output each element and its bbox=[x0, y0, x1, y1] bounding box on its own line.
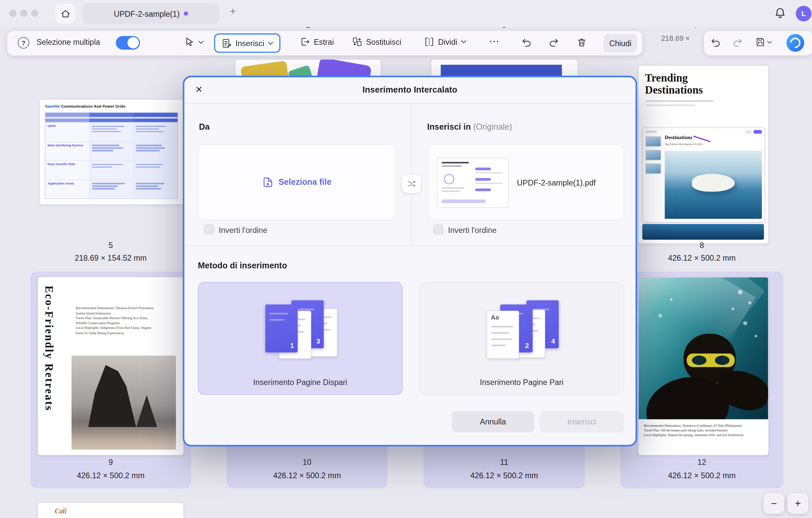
thumbnail-page-13-partial[interactable]: Cali bbox=[38, 502, 184, 518]
save-icon bbox=[755, 37, 765, 48]
multi-select-toggle[interactable] bbox=[116, 36, 140, 50]
window-zoom-button[interactable] bbox=[31, 10, 38, 17]
updf-ai-logo-icon bbox=[786, 34, 804, 52]
thumbnail-page-7-partial[interactable] bbox=[431, 59, 578, 78]
notifications-button[interactable] bbox=[774, 7, 787, 19]
delete-button[interactable] bbox=[576, 37, 587, 48]
insert-in-heading: Inserisci in (Originale) bbox=[427, 122, 512, 132]
page-9-text: Recommended Destinations: Tetiaroa (Fren… bbox=[76, 306, 179, 335]
cancel-button[interactable]: Annulla bbox=[452, 411, 534, 432]
confirm-insert-button[interactable]: Inserisci bbox=[539, 411, 624, 432]
app-window: 2 3 4 218.69 × Satellite Communications … bbox=[0, 0, 812, 518]
titlebar: UPDF-2-sample(1) + L bbox=[0, 0, 812, 27]
option-even-label: Inserimento Pagine Pari bbox=[420, 378, 623, 387]
close-document-button[interactable]: Chiudi bbox=[604, 34, 637, 53]
document-tab[interactable]: UPDF-2-sample(1) bbox=[83, 3, 219, 24]
page-9-doc-title: Eco-Friendly Retreats bbox=[42, 286, 55, 448]
split-button[interactable]: Dividi bbox=[424, 36, 466, 47]
trash-icon bbox=[576, 37, 587, 48]
page-13-title-fragment: Cali bbox=[55, 507, 66, 515]
new-tab-button[interactable]: + bbox=[227, 5, 239, 18]
select-tool-button[interactable] bbox=[184, 36, 203, 48]
insert-page-icon bbox=[222, 38, 232, 48]
window-minimize-button[interactable] bbox=[20, 10, 27, 17]
inner-sidebar-thumbnails bbox=[645, 136, 661, 177]
swap-sources-button[interactable] bbox=[402, 174, 421, 193]
page-number-badge: 3 bbox=[316, 337, 320, 345]
redo-icon bbox=[732, 37, 743, 48]
diver-goggles bbox=[687, 353, 735, 367]
extract-button[interactable]: Estrai bbox=[300, 36, 334, 47]
select-file-dropzone[interactable]: Seleziona file bbox=[198, 144, 396, 220]
undo-icon bbox=[710, 37, 721, 48]
thumbnail-page-12[interactable]: Recommended Destinations: Dominica (Cari… bbox=[638, 277, 769, 455]
window-close-button[interactable] bbox=[9, 10, 16, 17]
unsaved-dot bbox=[184, 11, 188, 16]
text-line bbox=[645, 100, 713, 102]
page-12-number: 12 bbox=[620, 458, 783, 466]
page-12-size: 426.12 × 500.2 mm bbox=[620, 471, 783, 480]
page-12-text: Recommended Destinations: Dominica (Cari… bbox=[639, 420, 768, 455]
redo-icon bbox=[548, 37, 559, 48]
annotation-arrow bbox=[693, 136, 710, 142]
page-number-badge: 2 bbox=[525, 342, 529, 349]
island-photo bbox=[665, 151, 762, 219]
extract-label: Estrai bbox=[314, 37, 334, 47]
undo-button-right[interactable] bbox=[710, 37, 721, 48]
insert-button[interactable]: Inserisci bbox=[214, 33, 280, 53]
method-heading: Metodo di inserimento bbox=[198, 261, 287, 270]
thumbnail-page-6-partial[interactable] bbox=[235, 59, 381, 78]
window-controls bbox=[9, 10, 38, 17]
help-button[interactable]: ? bbox=[18, 37, 29, 49]
table-row-label: Data Transfer Rate bbox=[48, 163, 87, 166]
split-icon bbox=[424, 36, 434, 47]
ocean-photo-strip bbox=[642, 224, 764, 240]
page-10-size: 426.12 × 500.2 mm bbox=[227, 471, 387, 480]
page-8-number: 8 bbox=[620, 240, 783, 250]
tab-title: UPDF-2-sample(1) bbox=[114, 9, 180, 18]
inner-doc-subtitle: Top 5 Must-Visit Islands Of 2025 bbox=[665, 143, 702, 146]
from-heading: Da bbox=[199, 122, 209, 132]
mini-toolbar-button bbox=[745, 130, 752, 134]
option-odd-pages[interactable]: 1 3 Inserimento Pagine Dispari bbox=[198, 282, 403, 395]
redo-button[interactable] bbox=[548, 37, 559, 48]
cursor-icon bbox=[184, 36, 195, 48]
file-plus-icon bbox=[262, 176, 274, 188]
invert-order-checkbox-right[interactable] bbox=[433, 225, 443, 235]
save-button[interactable] bbox=[755, 37, 772, 48]
chevron-down-icon bbox=[767, 41, 772, 44]
zoom-in-button[interactable]: + bbox=[788, 493, 809, 514]
odd-pages-illustration: 1 3 bbox=[261, 296, 339, 367]
invert-order-checkbox-left[interactable] bbox=[204, 225, 214, 235]
target-filename: UPDF-2-sample(1).pdf bbox=[517, 145, 596, 220]
option-even-pages[interactable]: Aa 2 4 Inserimento Pagine Pari bbox=[419, 282, 624, 395]
page-4-size-fragment: 218.69 × bbox=[661, 34, 690, 42]
updf-ai-button[interactable] bbox=[786, 34, 804, 52]
more-options-button[interactable]: ⋯ bbox=[489, 35, 499, 48]
thumbnail-page-5[interactable]: Satellite Communications And Power Grids… bbox=[39, 99, 184, 205]
page-11-number: 11 bbox=[424, 458, 585, 466]
history-save-toolbar bbox=[704, 31, 812, 55]
page-5-table: UPDF Main Interfering Factors Data Trans… bbox=[45, 112, 178, 199]
invert-order-label-left: Inverti l'ordine bbox=[219, 226, 267, 235]
bell-icon bbox=[774, 7, 787, 19]
page-9-size: 426.12 × 500.2 mm bbox=[30, 471, 191, 480]
thumbnail-page-8[interactable]: Trending Destinations Destinations Top 5… bbox=[638, 65, 769, 243]
home-button[interactable] bbox=[55, 4, 75, 23]
mountain-beach-photo bbox=[71, 355, 176, 450]
page-8-size: 426.12 × 500.2 mm bbox=[620, 253, 783, 262]
redo-button-right[interactable] bbox=[732, 37, 743, 48]
thumbnail-page-9[interactable]: Eco-Friendly Retreats Recommended Destin… bbox=[38, 277, 184, 455]
undo-button[interactable] bbox=[521, 37, 532, 48]
multi-select-label: Selezione multipla bbox=[36, 38, 100, 47]
main-toolbar: ? Selezione multipla Inserisci bbox=[7, 31, 642, 55]
chart-shape-purple bbox=[316, 59, 372, 78]
table-row-label: Main Interfering Factors bbox=[48, 143, 87, 147]
replace-button[interactable]: Sostituisci bbox=[352, 36, 401, 47]
page-9-number: 9 bbox=[30, 458, 191, 466]
even-pages-illustration: Aa 2 4 bbox=[483, 296, 561, 367]
account-avatar[interactable]: L bbox=[796, 6, 812, 21]
zoom-out-button[interactable]: − bbox=[763, 493, 785, 514]
option-odd-label: Inserimento Pagine Dispari bbox=[199, 378, 402, 387]
split-label: Dividi bbox=[438, 37, 457, 47]
